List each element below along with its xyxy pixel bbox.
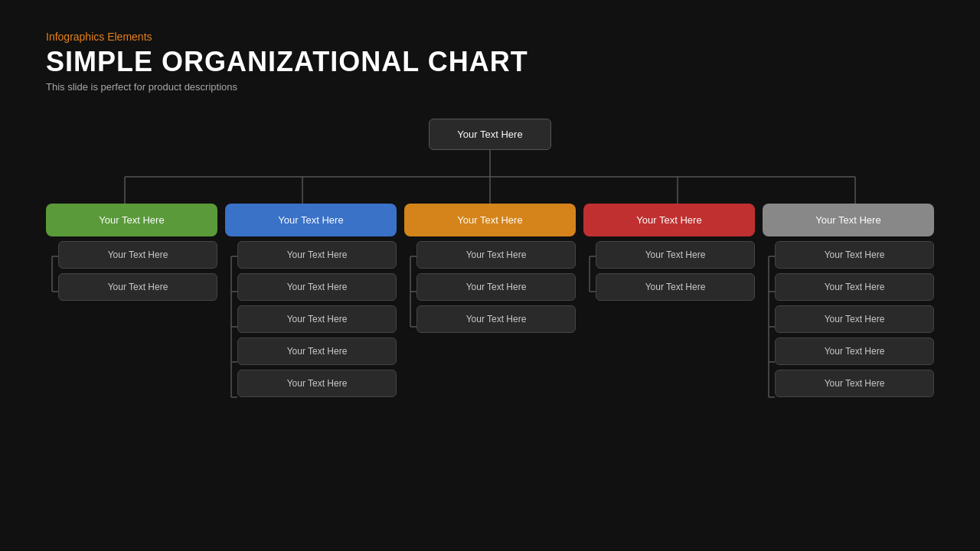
line-svg-col5	[763, 241, 775, 412]
sub-box-col3-1: Your Text Here	[416, 273, 576, 301]
line-col-col1	[46, 241, 58, 310]
connector-svg	[46, 150, 934, 204]
sub-box-col3-0: Your Text Here	[416, 241, 576, 269]
level1-box-col4: Your Text Here	[583, 204, 755, 236]
level1-box-col1: Your Text Here	[46, 204, 217, 236]
sub-box-col5-1: Your Text Here	[775, 273, 934, 301]
column-col2: Your Text HereYour Text HereYour Text He…	[225, 204, 397, 416]
sub-box-col3-2: Your Text Here	[416, 305, 576, 333]
sub-wrap-col2: Your Text HereYour Text HereYour Text He…	[225, 241, 397, 416]
sub-boxes-col2: Your Text HereYour Text HereYour Text He…	[237, 241, 397, 416]
column-col3: Your Text HereYour Text HereYour Text He…	[404, 204, 576, 416]
sub-box-col2-1: Your Text Here	[237, 273, 397, 301]
chart-area: Your Text Here Your Text HereYour Text H…	[46, 119, 934, 536]
sub-boxes-col1: Your Text HereYour Text Here	[58, 241, 217, 310]
sub-wrap-col1: Your Text HereYour Text Here	[46, 241, 217, 310]
root-box: Your Text Here	[429, 119, 551, 150]
line-svg-col3	[404, 241, 416, 342]
main-title: SIMPLE ORGANIZATIONAL CHART	[46, 46, 934, 78]
sub-box-col4-1: Your Text Here	[596, 273, 755, 301]
line-svg-col4	[583, 241, 596, 307]
root-row: Your Text Here	[46, 119, 934, 150]
sub-box-col1-0: Your Text Here	[58, 241, 217, 269]
subtitle: This slide is perfect for product descri…	[46, 81, 934, 93]
sub-box-col2-3: Your Text Here	[237, 337, 397, 365]
sub-box-col5-3: Your Text Here	[775, 337, 934, 365]
level1-box-col3: Your Text Here	[404, 204, 576, 236]
line-svg-col2	[225, 241, 237, 412]
sub-box-col5-4: Your Text Here	[775, 370, 934, 397]
line-col-col3	[404, 241, 416, 345]
columns-row: Your Text HereYour Text HereYour Text He…	[46, 204, 934, 416]
level1-box-col5: Your Text Here	[763, 204, 934, 236]
column-col1: Your Text HereYour Text HereYour Text He…	[46, 204, 217, 416]
infographics-label: Infographics Elements	[46, 31, 934, 43]
column-col4: Your Text HereYour Text HereYour Text He…	[583, 204, 755, 416]
sub-boxes-col3: Your Text HereYour Text HereYour Text He…	[416, 241, 576, 345]
sub-box-col2-2: Your Text Here	[237, 305, 397, 333]
sub-box-col2-4: Your Text Here	[237, 370, 397, 397]
line-col-col2	[225, 241, 237, 416]
line-col-col5	[763, 241, 775, 416]
sub-box-col5-0: Your Text Here	[775, 241, 934, 269]
sub-boxes-col5: Your Text HereYour Text HereYour Text He…	[775, 241, 934, 416]
level1-box-col2: Your Text Here	[225, 204, 397, 236]
header: Infographics Elements SIMPLE ORGANIZATIO…	[46, 31, 934, 93]
column-col5: Your Text HereYour Text HereYour Text He…	[763, 204, 934, 416]
sub-wrap-col3: Your Text HereYour Text HereYour Text He…	[404, 241, 576, 345]
line-svg-col1	[46, 241, 58, 307]
slide: Infographics Elements SIMPLE ORGANIZATIO…	[0, 0, 980, 551]
sub-boxes-col4: Your Text HereYour Text Here	[596, 241, 755, 310]
sub-box-col1-1: Your Text Here	[58, 273, 217, 301]
sub-wrap-col4: Your Text HereYour Text Here	[583, 241, 755, 310]
sub-box-col5-2: Your Text Here	[775, 305, 934, 333]
sub-box-col4-0: Your Text Here	[596, 241, 755, 269]
sub-wrap-col5: Your Text HereYour Text HereYour Text He…	[763, 241, 934, 416]
line-col-col4	[583, 241, 596, 310]
sub-box-col2-0: Your Text Here	[237, 241, 397, 269]
